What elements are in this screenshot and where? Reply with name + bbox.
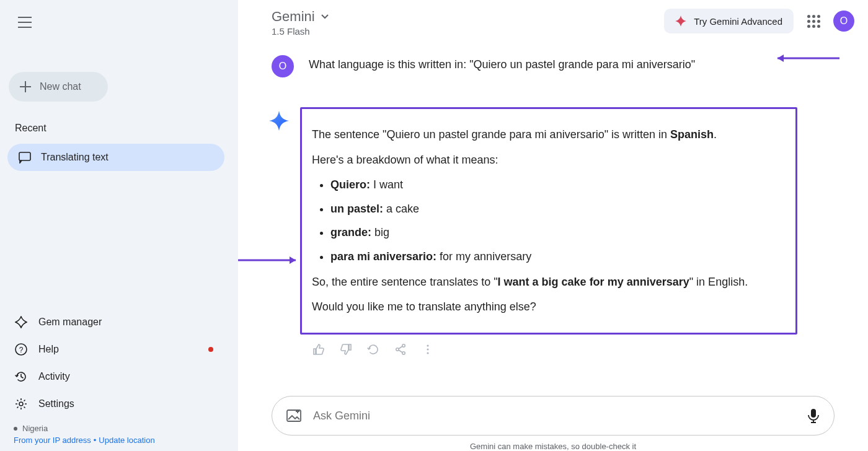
nav-help[interactable]: ? Help <box>7 336 224 363</box>
chevron-down-icon <box>321 14 329 19</box>
response-intro-prefix: The sentence "Quiero un pastel grande pa… <box>312 128 670 141</box>
input-bar <box>272 396 835 436</box>
account-avatar[interactable]: O <box>833 11 854 32</box>
thumbs-up-button[interactable] <box>312 343 325 356</box>
user-initial: O <box>279 61 286 72</box>
response-intro-bold: Spanish <box>670 128 714 141</box>
list-item: Quiero: I want <box>330 175 783 195</box>
svg-rect-13 <box>811 409 816 418</box>
translation-suffix: " in English. <box>689 276 748 288</box>
menu-button[interactable] <box>12 10 37 35</box>
svg-point-7 <box>402 344 405 347</box>
conversation: O What language is this written in: "Qui… <box>238 37 868 390</box>
more-button[interactable] <box>422 343 434 356</box>
svg-point-9 <box>427 344 428 346</box>
breakdown-list: Quiero: I want un pastel: a cake grande:… <box>312 175 783 266</box>
list-item: para mi aniversario: for my anniversary <box>330 247 783 266</box>
model-subtitle: 1.5 Flash <box>272 26 329 37</box>
image-icon <box>286 408 302 424</box>
svg-rect-0 <box>19 152 30 160</box>
model-selector[interactable]: Gemini <box>272 9 329 25</box>
nav-label: Help <box>38 344 59 355</box>
response-actions <box>312 343 835 356</box>
recent-chat-label: Translating text <box>41 152 108 163</box>
gemini-sparkle-icon <box>269 111 289 131</box>
app-title: Gemini <box>272 9 315 25</box>
breakdown-label: Here's a breakdown of what it means: <box>312 151 783 170</box>
share-button[interactable] <box>394 343 407 356</box>
update-location-link[interactable]: Update location <box>99 436 154 445</box>
recent-chat-item[interactable]: Translating text <box>7 144 224 171</box>
avatar-initial: O <box>840 15 848 27</box>
user-avatar: O <box>272 55 294 77</box>
response-intro-suffix: . <box>714 128 717 141</box>
mic-icon <box>807 408 820 424</box>
nav-label: Activity <box>38 371 70 382</box>
svg-point-3 <box>19 402 23 406</box>
history-icon <box>15 370 27 383</box>
svg-point-10 <box>427 348 428 350</box>
new-chat-label: New chat <box>40 81 81 92</box>
location-country: Nigeria <box>22 424 48 433</box>
nav-settings[interactable]: Settings <box>7 390 224 418</box>
try-advanced-button[interactable]: Try Gemini Advanced <box>664 9 794 33</box>
plus-icon <box>20 81 31 92</box>
list-item: grande: big <box>330 223 783 242</box>
thumbs-down-button[interactable] <box>340 343 352 356</box>
main-panel: Gemini 1.5 Flash Try Gemini Advanced O O <box>238 0 868 451</box>
header: Gemini 1.5 Flash Try Gemini Advanced O <box>238 0 868 37</box>
response-row: The sentence "Quiero un pastel grande pa… <box>272 107 835 335</box>
nav-gem-manager[interactable]: Gem manager <box>7 309 224 336</box>
nav-label: Settings <box>38 398 74 409</box>
gem-icon <box>15 316 27 328</box>
nav-activity[interactable]: Activity <box>7 363 224 390</box>
separator: • <box>94 436 97 445</box>
menu-icon <box>18 17 32 28</box>
regenerate-button[interactable] <box>367 343 379 356</box>
location-dot-icon <box>14 427 17 431</box>
location-block: Nigeria From your IP address•Update loca… <box>14 424 231 445</box>
try-advanced-label: Try Gemini Advanced <box>694 16 782 27</box>
ip-address-link[interactable]: From your IP address <box>14 436 91 445</box>
response-box: The sentence "Quiero un pastel grande pa… <box>300 107 797 335</box>
user-message-text: What language is this written in: "Quier… <box>309 58 695 71</box>
settings-icon <box>15 398 27 410</box>
recent-heading: Recent <box>15 123 231 134</box>
list-item: un pastel: a cake <box>330 199 783 219</box>
nav-label: Gem manager <box>38 317 102 328</box>
svg-point-6 <box>396 348 399 351</box>
svg-point-11 <box>427 352 428 354</box>
help-icon: ? <box>15 343 27 356</box>
mic-button[interactable] <box>807 408 820 424</box>
svg-point-8 <box>402 352 405 354</box>
image-upload-button[interactable] <box>286 408 302 424</box>
apps-launcher[interactable] <box>806 14 821 28</box>
sidebar: New chat Recent Translating text Gem man… <box>0 0 238 451</box>
prompt-input[interactable] <box>313 409 795 423</box>
translation-prefix: So, the entire sentence translates to " <box>312 276 498 288</box>
notification-dot <box>208 347 213 352</box>
new-chat-button[interactable]: New chat <box>9 72 108 102</box>
svg-text:?: ? <box>19 346 24 354</box>
translation-bold: I want a big cake for my anniversary <box>498 276 689 288</box>
sparkle-icon <box>675 15 686 27</box>
response-followup: Would you like me to translate anything … <box>312 297 783 317</box>
chat-icon <box>19 151 31 164</box>
user-message-row: O What language is this written in: "Qui… <box>272 55 835 77</box>
footer-disclaimer: Gemini can make mistakes, so double-chec… <box>238 442 868 451</box>
